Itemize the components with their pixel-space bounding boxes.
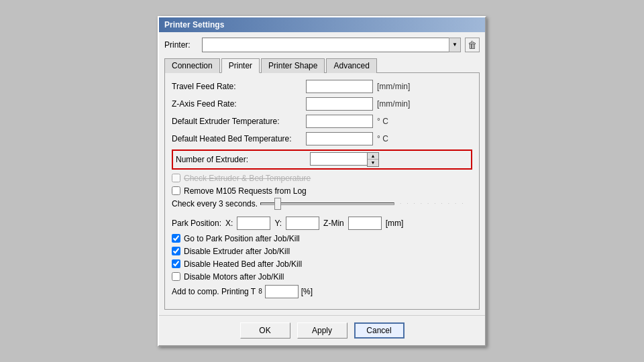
park-zmin-input[interactable]: 0 [348, 217, 382, 230]
disable-motors-label: Disable Motors after Job/Kill [184, 272, 284, 282]
bed-temp-unit: ° C [377, 134, 388, 143]
extruder-temp-row: Default Extruder Temperature: 200 ° C [172, 115, 472, 128]
ok-button[interactable]: OK [240, 322, 290, 339]
num-extruder-spin-buttons: ▲ ▼ [367, 152, 379, 167]
tab-connection[interactable]: Connection [164, 58, 220, 73]
bottom-buttons: OK Apply Cancel [159, 315, 485, 345]
apply-button[interactable]: Apply [297, 322, 347, 339]
park-position-label: Park Position: [172, 219, 221, 228]
tab-content-printer: Travel Feed Rate: 4800 [mm/min] Z-Axis F… [164, 73, 480, 310]
printer-dropdown-arrow[interactable]: ▼ [449, 38, 461, 52]
disable-motors-row: Disable Motors after Job/Kill [172, 272, 472, 282]
num-extruder-spinbox: 1 ▲ ▼ [310, 152, 379, 167]
num-extruder-label: Number of Extruder: [176, 155, 310, 164]
travel-feed-rate-label: Travel Feed Rate: [172, 82, 306, 91]
check-extruder-bed-checkbox[interactable] [172, 174, 180, 182]
remove-m105-label: Remove M105 Requests from Log [184, 186, 307, 196]
printer-label: Printer: [164, 40, 198, 50]
delete-printer-button[interactable]: 🗑 [465, 38, 480, 52]
slider-container: ····· ····· [260, 200, 463, 206]
slider-thumb[interactable] [274, 198, 281, 210]
check-extruder-bed-label: Check Extruder & Bed Temperature [184, 174, 311, 183]
printer-settings-dialog: Printer Settings Printer: default ▼ 🗑 Co… [158, 16, 486, 347]
add-comp-input[interactable] [265, 285, 299, 298]
park-y-label: Y: [274, 219, 282, 228]
z-axis-feed-rate-row: Z-Axis Feed Rate: 100 [mm/min] [172, 97, 472, 111]
bed-temp-input[interactable]: 200 [306, 132, 373, 145]
bed-temp-row: Default Heated Bed Temperature: 200 ° C [172, 132, 472, 145]
title-bar: Printer Settings [159, 17, 485, 32]
extruder-temp-input[interactable]: 200 [306, 115, 373, 128]
printer-dropdown-container: default ▼ [202, 38, 461, 52]
z-axis-feed-rate-input[interactable]: 100 [306, 97, 373, 111]
num-extruder-spin-up[interactable]: ▲ [368, 153, 378, 160]
add-comp-row: Add to comp. Printing T 8 [%] [172, 285, 472, 298]
park-unit: [mm] [386, 219, 404, 228]
bed-temp-label: Default Heated Bed Temperature: [172, 134, 306, 143]
tab-advanced[interactable]: Advanced [326, 58, 376, 73]
check-extruder-bed-row: Check Extruder & Bed Temperature [172, 174, 472, 183]
travel-feed-rate-input[interactable]: 4800 [306, 80, 373, 93]
add-comp-subscript-label: 8 [258, 288, 262, 295]
tab-bar: Connection Printer Printer Shape Advance… [164, 58, 480, 73]
goto-park-label: Go to Park Position after Job/Kill [184, 234, 300, 243]
printer-row: Printer: default ▼ 🗑 [164, 38, 480, 52]
check-every-label: Check every 3 seconds. [172, 199, 258, 208]
slider-row: Check every 3 seconds. ····· ····· [172, 199, 472, 208]
num-extruder-input[interactable]: 1 [310, 152, 367, 166]
goto-park-row: Go to Park Position after Job/Kill [172, 234, 472, 243]
park-position-row: Park Position: X: 130 Y: 0 Z-Min 0 [mm] [172, 217, 472, 230]
extruder-temp-unit: ° C [377, 117, 388, 126]
num-extruder-row: Number of Extruder: 1 ▲ ▼ [172, 149, 472, 170]
disable-extruder-checkbox[interactable] [172, 247, 180, 255]
tab-printer[interactable]: Printer [221, 58, 260, 73]
disable-extruder-row: Disable Extruder after Job/Kill [172, 247, 472, 256]
disable-bed-label: Disable Heated Bed after Job/Kill [184, 259, 302, 269]
num-extruder-spin-down[interactable]: ▼ [368, 160, 378, 166]
park-zmin-label: Z-Min [323, 219, 344, 228]
remove-m105-row: Remove M105 Requests from Log [172, 186, 472, 196]
title-bar-text: Printer Settings [164, 20, 224, 29]
park-x-input[interactable]: 130 [237, 217, 270, 230]
extruder-temp-label: Default Extruder Temperature: [172, 117, 306, 126]
printer-dropdown-input[interactable]: default [202, 38, 461, 52]
tab-printer-shape[interactable]: Printer Shape [261, 58, 325, 73]
add-comp-label: Add to comp. Printing T [172, 287, 256, 296]
add-comp-unit: [%] [301, 287, 313, 296]
travel-feed-rate-row: Travel Feed Rate: 4800 [mm/min] [172, 80, 472, 93]
z-axis-feed-rate-label: Z-Axis Feed Rate: [172, 99, 306, 109]
travel-feed-rate-unit: [mm/min] [377, 82, 410, 91]
disable-bed-checkbox[interactable] [172, 259, 180, 268]
slider-track [260, 202, 394, 205]
slider-dots: ····· ····· [400, 200, 463, 206]
cancel-button[interactable]: Cancel [354, 322, 405, 339]
disable-bed-row: Disable Heated Bed after Job/Kill [172, 259, 472, 269]
disable-motors-checkbox[interactable] [172, 272, 180, 281]
park-x-label: X: [225, 219, 233, 228]
remove-m105-checkbox[interactable] [172, 186, 180, 195]
goto-park-checkbox[interactable] [172, 234, 180, 243]
park-y-input[interactable]: 0 [286, 217, 319, 230]
z-axis-feed-rate-unit: [mm/min] [377, 99, 410, 109]
disable-extruder-label: Disable Extruder after Job/Kill [184, 247, 290, 256]
dialog-content: Printer: default ▼ 🗑 Connection Printer … [159, 32, 485, 315]
